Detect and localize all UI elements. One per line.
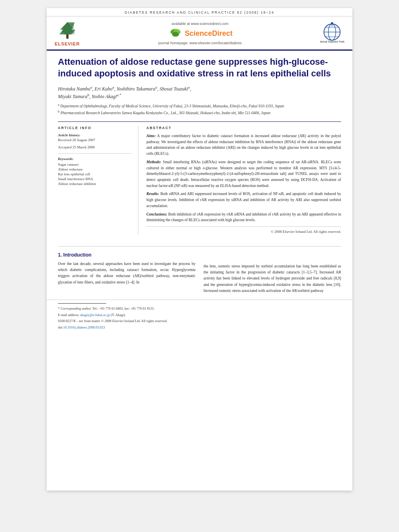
authors: Hirotaka Nambua, Eri Kuboa, Yoshihiro Ta…: [58, 85, 341, 100]
methods-label: Methods:: [146, 160, 161, 164]
journal-banner: DIABETES RESEARCH AND CLINICAL PRACTICE …: [47, 8, 352, 16]
journal-homepage: journal homepage: www.elsevier.com/locat…: [158, 41, 242, 45]
keyword-4: Small interference RNA: [58, 177, 132, 181]
intro-paragraph-left: Over the last decade, several approaches…: [58, 261, 195, 286]
keyword-1: Sugar cataract: [58, 162, 132, 166]
abstract-conclusions: Conclusions: Both inhibition of rAR expr…: [146, 212, 341, 223]
body-left: 1. Introduction Over the last decade, se…: [58, 252, 195, 294]
article-info: ARTICLE INFO Article history: Received 2…: [58, 126, 138, 235]
doi-link[interactable]: 10.1016/j.diabres.2008.03.023: [63, 325, 105, 329]
affiliation-a: a Department of Ophthalmology, Faculty o…: [58, 103, 341, 109]
page-footer: * Corresponding author. Tel.: +81 776 61…: [47, 300, 352, 335]
two-column-section: ARTICLE INFO Article history: Received 2…: [58, 121, 341, 235]
header-section: ELSEVIER available at www.sciencedirect.…: [47, 16, 352, 51]
idf-logo: International Diabetes Federation: [320, 22, 344, 45]
received-date: Received 20 August 2007: [58, 138, 132, 142]
conclusions-text: Both inhibition of rAR expression by rAR…: [146, 212, 341, 222]
abstract-methods: Methods: Small interfering RNAs (siRNAs)…: [146, 159, 341, 189]
journal-title: DIABETES RESEARCH AND CLINICAL PRACTICE …: [125, 10, 274, 14]
svg-point-7: [172, 32, 179, 37]
corresponding-footnote: * Corresponding author. Tel.: +81 776 61…: [58, 306, 341, 311]
sciencedirect-icon: [167, 27, 183, 39]
conclusions-label: Conclusions:: [146, 212, 167, 216]
article-title: Attenuation of aldose reductase gene sup…: [58, 56, 341, 79]
section-number: 1.: [58, 252, 62, 258]
article-info-heading: ARTICLE INFO: [58, 126, 132, 130]
keywords-label: Keywords:: [58, 157, 132, 161]
history-label: Article history:: [58, 133, 132, 137]
page: DIABETES RESEARCH AND CLINICAL PRACTICE …: [47, 8, 352, 491]
results-label: Results:: [146, 192, 159, 196]
email-footnote: E-mail address: akagiy@u-fukui.ac.jp (Y.…: [58, 312, 341, 318]
abstract-text: Aims: A major contributory factor to dia…: [146, 133, 341, 235]
footnote-divider: [58, 303, 106, 304]
abstract-heading: ABSTRACT: [146, 126, 341, 130]
center-logo: available at www.sciencedirect.com Scien…: [80, 22, 320, 45]
keywords-section: Keywords: Sugar cataract Aldose reductas…: [58, 153, 132, 186]
available-text: available at www.sciencedirect.com: [171, 22, 228, 26]
sciencedirect-text: ScienceDirect: [185, 29, 232, 38]
affiliation-b: b Pharmaceutical Research Laboratories S…: [58, 109, 341, 116]
aims-label: Aims:: [146, 134, 156, 138]
keyword-5: Aldose reductase inhibitor: [58, 182, 132, 186]
body-right: the lens, osmotic stress imposed by sorb…: [204, 252, 341, 294]
body-content: 1. Introduction Over the last decade, se…: [47, 246, 352, 300]
svg-point-13: [331, 22, 333, 24]
keyword-2: Aldose reductase: [58, 167, 132, 171]
elsevier-tree-icon: [56, 21, 78, 41]
article-content: Attenuation of aldose reductase gene sup…: [47, 51, 352, 240]
abstract-col: ABSTRACT Aims: A major contributory fact…: [146, 126, 341, 235]
idf-logo-icon: International Diabetes Federation: [320, 22, 344, 44]
results-text: Both siRNA and ARI suppressed increased …: [146, 192, 341, 207]
doi-footnote: doi:10.1016/j.diabres.2008.03.023: [58, 325, 341, 330]
elsevier-logo: ELSEVIER: [55, 21, 80, 46]
svg-text:International Diabetes Federat: International Diabetes Federation: [320, 40, 344, 43]
sciencedirect-logo: ScienceDirect: [167, 27, 232, 39]
elsevier-text: ELSEVIER: [55, 41, 80, 46]
accepted-date: Accepted 25 March 2008: [58, 145, 132, 149]
issn-footnote: 0168-8227/$ – see front matter © 2008 El…: [58, 318, 341, 324]
svg-rect-4: [66, 35, 68, 38]
abstract-results: Results: Both siRNA and ARI suppressed i…: [146, 191, 341, 209]
aims-text: A major contributory factor to diabetic …: [146, 134, 341, 156]
copyright-line: © 2008 Elsevier Ireland Ltd. All rights …: [146, 226, 341, 235]
affiliations: a Department of Ophthalmology, Faculty o…: [58, 103, 341, 116]
intro-paragraph-right: the lens, osmotic stress imposed by sorb…: [204, 263, 341, 294]
methods-text: Small interfering RNAs (siRNAs) were des…: [146, 160, 341, 188]
abstract-aims: Aims: A major contributory factor to dia…: [146, 133, 341, 157]
keyword-3: Rat lens epithelial cell: [58, 172, 132, 176]
email-link[interactable]: akagiy@u-fukui.ac.jp: [80, 313, 110, 317]
introduction-title: 1. Introduction: [58, 252, 195, 258]
section-name: Introduction: [63, 252, 91, 258]
